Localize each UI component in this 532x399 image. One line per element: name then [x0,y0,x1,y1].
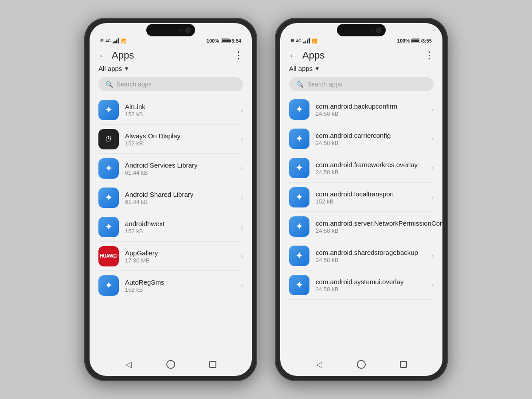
puzzle-icon-carrierconfig: ✦ [295,133,303,145]
signal-bar-1 [113,42,114,43]
chevron-hwext: › [241,223,243,231]
app-item-appgallery[interactable]: HUAWEI AppGallery 17.30 MB › [90,242,252,271]
nav-back-2[interactable]: ◁ [311,356,327,372]
more-button-1[interactable]: ⋮ [234,50,243,61]
nav-recent-2[interactable] [395,356,411,372]
app-size-networkperm: 24.58 kB [316,227,442,234]
app-size-ashl: 61.44 kB [125,199,241,205]
signal-bars-1 [113,38,119,43]
home-symbol-1 [166,360,175,369]
search-bar-2[interactable]: 🔍 Search apps [289,77,434,91]
puzzle-icon-asl: ✦ [105,163,113,174]
more-button-2[interactable]: ⋮ [424,50,434,61]
puzzle-icon-airlink: ✦ [105,104,113,116]
app-name-localtransport: com.android.localtransport [316,190,431,199]
app-item-asl[interactable]: ✦ Android Services Library 61.44 kB › [90,154,252,183]
filter-arrow-2: ▼ [314,66,320,72]
app-item-airlink[interactable]: ✦ AirLink 152 kB › [90,95,252,125]
nav-back-1[interactable]: ◁ [121,356,137,372]
app-icon-carrierconfig: ✦ [289,129,309,149]
battery-icon-2 [411,39,420,43]
chevron-airlink: › [241,106,243,114]
chevron-aod: › [241,135,243,143]
status-right-1: 100% 3:54 [207,38,241,43]
app-item-ashl[interactable]: ✦ Android Shared Library 61.44 kB › [90,183,252,212]
header-left-2: ← Apps [289,50,325,61]
app-info-ashl: Android Shared Library 61.44 kB [125,190,241,206]
signal-bar-2-3 [307,39,308,43]
back-button-2[interactable]: ← [289,51,298,61]
camera-bar-1 [146,24,195,36]
filter-button-2[interactable]: All apps ▼ [289,65,320,72]
app-icon-asl: ✦ [98,158,119,179]
app-icon-appgallery: HUAWEI [98,246,119,266]
camera-bar-2 [337,24,386,36]
app-item-hwext[interactable]: ✦ androidhwext 152 kB › [90,212,252,242]
app-size-frameworkres: 24.58 kB [316,169,431,176]
nav-home-1[interactable] [163,356,179,372]
app-item-aod[interactable]: ⏱ Always On Display 152 kB › [90,125,252,154]
app-name-networkperm: com.android.server.NetworkPermissionConf… [316,219,442,228]
app-info-autoregsms: AutoRegSms 152 kB [125,278,241,293]
app-item-carrierconfig[interactable]: ✦ com.android.carrierconfig 24.58 kB › [280,124,442,153]
app-header-1: ← Apps ⋮ [90,46,252,65]
time-1: 3:54 [231,38,241,43]
bottom-nav-2: ◁ [280,353,442,376]
app-item-frameworkres[interactable]: ✦ com.android.frameworkres.overlay 24.58… [280,153,442,183]
app-item-systemui[interactable]: ✦ com.android.systemui.overlay 24.58 kB … [280,270,442,300]
app-info-localtransport: com.android.localtransport 152 kB [316,190,431,205]
network-type-1: ⊞ [100,39,104,43]
chevron-systemui: › [431,281,434,289]
status-left-1: ⊞ 4G 📶 [100,38,126,43]
filter-button-1[interactable]: All apps ▼ [98,65,129,72]
huawei-logo: HUAWEI [98,246,119,266]
signal-bar-4 [118,38,119,43]
search-bar-1[interactable]: 🔍 Search apps [98,77,243,91]
app-item-localtransport[interactable]: ✦ com.android.localtransport 152 kB › [280,183,442,212]
app-icon-aod: ⏱ [98,129,119,149]
app-size-autoregsms: 152 kB [125,286,241,293]
app-icon-localtransport: ✦ [289,187,309,207]
puzzle-icon-autoregsms: ✦ [105,280,113,291]
app-size-asl: 61.44 kB [125,169,241,176]
app-item-sharedstorage[interactable]: ✦ com.android.sharedstoragebackup 24.58 … [280,241,442,270]
app-icon-ashl: ✦ [98,188,119,208]
puzzle-icon-localtransport: ✦ [295,192,303,203]
filter-label-1: All apps [98,65,122,72]
nav-home-2[interactable] [353,356,369,372]
app-size-airlink: 152 kB [125,111,241,117]
search-placeholder-1: Search apps [117,81,152,88]
phone-2: ⊞ 4G 📶 100% 3:55 [275,18,448,381]
chevron-asl: › [241,164,243,172]
app-item-backupconfirm[interactable]: ✦ com.android.backupconfirm 24.58 kB › [280,95,442,124]
signal-bar-2 [114,41,116,43]
phone-screen-1: ⊞ 4G 📶 100% 3:54 [90,23,252,376]
app-icon-systemui: ✦ [289,275,309,295]
puzzle-icon-backupconfirm: ✦ [295,104,303,115]
app-info-appgallery: AppGallery 17.30 MB [125,249,241,264]
filter-label-2: All apps [289,65,313,72]
status-right-2: 100% 3:55 [397,38,432,43]
app-name-autoregsms: AutoRegSms [125,278,241,287]
nav-recent-1[interactable] [205,356,221,372]
filter-row-2: All apps ▼ [280,65,442,77]
camera-lens-1 [185,27,191,33]
filter-row-1: All apps ▼ [90,65,252,77]
status-left-2: ⊞ 4G 📶 [291,38,317,43]
back-button-1[interactable]: ← [98,51,107,61]
app-name-sharedstorage: com.android.sharedstoragebackup [316,248,431,257]
signal-bar-3 [116,39,117,43]
puzzle-icon-sharedstorage: ✦ [295,250,303,262]
app-name-ashl: Android Shared Library [125,190,241,199]
app-name-asl: Android Services Library [125,161,241,170]
app-size-sharedstorage: 24.58 kB [316,257,431,263]
app-name-backupconfirm: com.android.backupconfirm [316,102,431,111]
page-title-1: Apps [112,50,134,61]
app-info-hwext: androidhwext 152 kB [125,219,241,235]
app-item-autoregsms[interactable]: ✦ AutoRegSms 152 kB › [90,271,252,300]
app-icon-sharedstorage: ✦ [289,246,309,266]
app-item-networkperm[interactable]: ✦ com.android.server.NetworkPermissionCo… [280,212,442,241]
app-info-frameworkres: com.android.frameworkres.overlay 24.58 k… [316,160,431,176]
phone-1: ⊞ 4G 📶 100% 3:54 [84,18,257,381]
recent-symbol-1 [209,361,216,368]
